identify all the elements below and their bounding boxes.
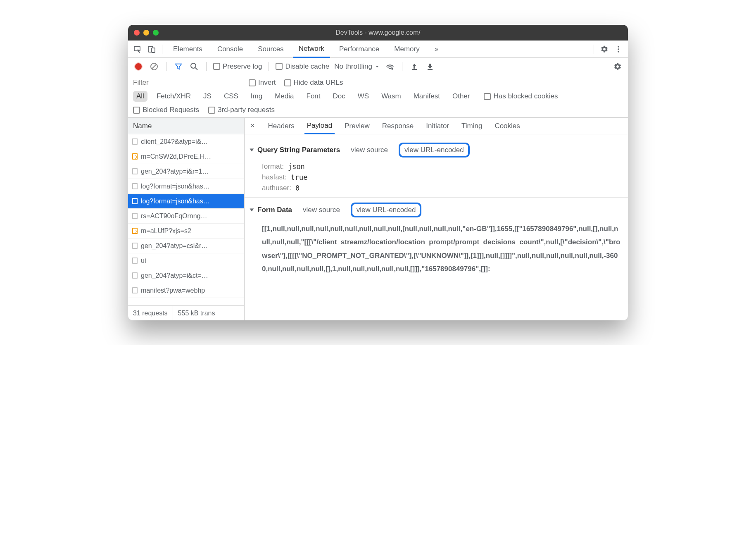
disable-cache-checkbox[interactable]: Disable cache [276,62,329,71]
chip-all[interactable]: All [133,91,147,102]
chip-manifest[interactable]: Manifest [410,91,443,102]
main-tab-bar: Elements Console Sources Network Perform… [128,41,628,58]
kebab-menu-icon[interactable] [613,44,624,55]
chip-fetch-xhr[interactable]: Fetch/XHR [153,91,194,102]
request-row[interactable]: ui [128,253,244,268]
request-row[interactable]: manifest?pwa=webhp [128,283,244,298]
window-controls [134,30,159,36]
chip-media[interactable]: Media [271,91,297,102]
view-url-encoded-link[interactable]: view URL-encoded [399,143,470,157]
request-details-panel: × Headers Payload Preview Response Initi… [245,118,628,320]
request-row[interactable]: gen_204?atyp=i&ct=… [128,268,244,283]
param-key: format: [262,162,284,171]
chip-font[interactable]: Font [303,91,324,102]
view-source-link[interactable]: view source [303,206,340,214]
dtab-cookies[interactable]: Cookies [492,118,522,134]
request-row[interactable]: m=aLUfP?xjs=s2 [128,224,244,238]
tab-sources[interactable]: Sources [252,41,289,57]
request-list-panel: Name client_204?&atyp=i&…m=CnSW2d,DPreE,… [128,118,245,320]
request-name: log?format=json&has… [141,183,210,190]
tab-memory[interactable]: Memory [388,41,425,57]
clear-icon[interactable] [149,61,159,72]
dtab-response[interactable]: Response [380,118,416,134]
payload-body: Query String Parameters view source view… [245,134,628,320]
svg-rect-11 [412,69,417,70]
tab-console[interactable]: Console [212,41,249,57]
document-file-icon [132,138,138,145]
filter-input[interactable] [133,79,240,87]
invert-checkbox[interactable]: Invert [249,79,276,87]
request-name: gen_204?atyp=i&r=1… [141,168,209,175]
disclosure-triangle-icon [250,209,254,212]
view-url-encoded-link[interactable]: view URL-encoded [351,203,422,217]
divider [162,45,162,54]
dtab-headers[interactable]: Headers [266,118,297,134]
svg-rect-12 [428,69,433,70]
dtab-preview[interactable]: Preview [342,118,372,134]
divider [245,197,628,198]
gear-icon[interactable] [599,44,610,55]
request-name: m=CnSW2d,DPreE,H… [141,153,211,160]
network-conditions-icon[interactable] [385,61,395,72]
tab-elements[interactable]: Elements [167,41,208,57]
has-blocked-cookies-checkbox[interactable]: Has blocked cookies [484,92,558,100]
tab-more[interactable]: » [429,41,444,57]
request-row[interactable]: m=CnSW2d,DPreE,H… [128,149,244,164]
document-file-icon [132,243,138,249]
request-row[interactable]: log?format=json&has… [128,194,244,209]
resource-type-filter: All Fetch/XHR JS CSS Img Media Font Doc … [133,91,623,102]
request-row[interactable]: client_204?&atyp=i&… [128,134,244,149]
third-party-checkbox[interactable]: 3rd-party requests [208,106,275,114]
divider [166,62,166,71]
request-row[interactable]: rs=ACT90oFqOrnng… [128,209,244,224]
document-file-icon [132,213,138,219]
chip-ws[interactable]: WS [354,91,372,102]
maximize-window-button[interactable] [153,30,159,36]
dtab-timing[interactable]: Timing [459,118,485,134]
request-row[interactable]: gen_204?atyp=csi&r… [128,238,244,253]
tab-performance[interactable]: Performance [333,41,385,57]
dtab-payload[interactable]: Payload [304,118,335,134]
chip-doc[interactable]: Doc [330,91,349,102]
preserve-log-checkbox[interactable]: Preserve log [213,62,262,71]
upload-icon[interactable] [409,61,420,72]
view-source-link[interactable]: view source [351,146,388,154]
svg-point-4 [618,48,619,50]
record-button[interactable] [133,61,144,72]
request-row[interactable]: log?format=json&has… [128,179,244,194]
request-list: client_204?&atyp=i&…m=CnSW2d,DPreE,H…gen… [128,134,244,305]
query-string-title: Query String Parameters [257,146,340,154]
request-name: ui [141,257,146,265]
dtab-initiator[interactable]: Initiator [423,118,452,134]
third-party-label: 3rd-party requests [218,106,275,114]
name-column-header[interactable]: Name [128,118,244,134]
network-toolbar: Preserve log Disable cache No throttling [128,58,628,75]
inspect-icon[interactable] [132,44,143,55]
download-icon[interactable] [425,61,435,72]
close-details-icon[interactable]: × [247,122,258,130]
filter-icon[interactable] [173,61,184,72]
minimize-window-button[interactable] [143,30,149,36]
chip-img[interactable]: Img [247,91,266,102]
chip-css[interactable]: CSS [221,91,242,102]
search-icon[interactable] [189,61,200,72]
divider [594,45,594,54]
document-file-icon [132,198,138,204]
document-file-icon [132,272,138,279]
query-string-section-header[interactable]: Query String Parameters view source view… [250,143,622,157]
tab-network[interactable]: Network [293,41,330,58]
settings-gear-icon[interactable] [612,61,623,72]
chip-js[interactable]: JS [200,91,215,102]
request-name: gen_204?atyp=i&ct=… [141,272,208,279]
chip-wasm[interactable]: Wasm [378,91,404,102]
request-row[interactable]: gen_204?atyp=i&r=1… [128,164,244,179]
hide-data-urls-checkbox[interactable]: Hide data URLs [284,79,343,87]
document-file-icon [132,183,138,189]
chip-other[interactable]: Other [449,91,473,102]
form-data-section-header[interactable]: Form Data view source view URL-encoded [250,203,622,217]
device-toggle-icon[interactable] [146,44,157,55]
hide-data-urls-label: Hide data URLs [294,79,343,87]
close-window-button[interactable] [134,30,140,36]
throttling-select[interactable]: No throttling [334,62,380,71]
blocked-requests-checkbox[interactable]: Blocked Requests [133,106,199,114]
